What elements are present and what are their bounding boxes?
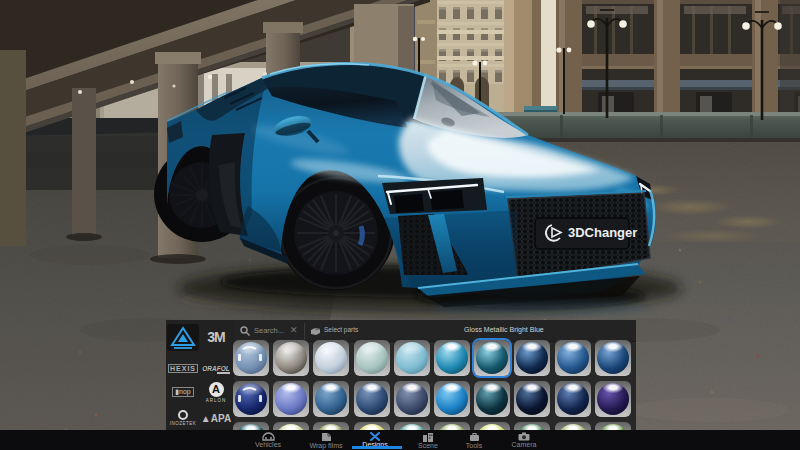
svg-text:3DChanger: 3DChanger	[568, 225, 637, 240]
